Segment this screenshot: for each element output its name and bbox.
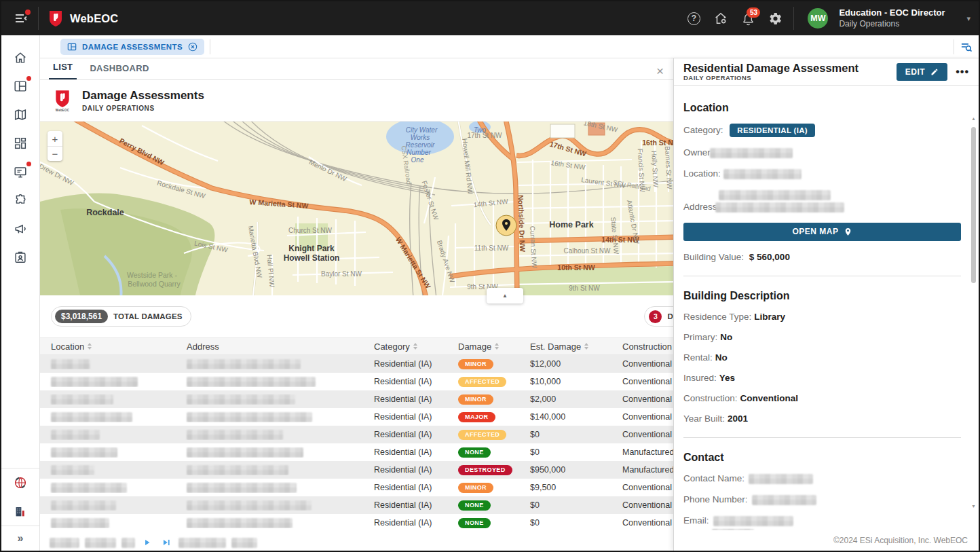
construction-cell: Manufactured <box>611 465 673 475</box>
sidebar-item-contacts[interactable] <box>7 243 34 272</box>
map-zoom-control: + − <box>48 131 62 161</box>
zoom-out-button[interactable]: − <box>48 146 62 161</box>
map-canvas <box>40 122 673 295</box>
redacted-address-cell <box>187 394 295 405</box>
table-row[interactable]: Residential (IA)DESTROYED$950,000Manufac… <box>40 461 673 479</box>
help-button[interactable]: ? <box>682 7 705 30</box>
detail-title: Residential Damage Assessment <box>683 62 859 75</box>
tab-label: DAMAGE ASSESSMENTS <box>82 43 183 51</box>
sidebar-item-plugins[interactable] <box>7 186 34 215</box>
est-damage-cell: $0 <box>519 430 611 439</box>
home-settings-button[interactable] <box>709 7 732 30</box>
column-header-est-damage[interactable]: Est. Damage <box>519 342 611 352</box>
redacted-location-cell <box>51 483 127 493</box>
notifications-button[interactable]: 53 <box>736 7 759 30</box>
scroll-down-icon[interactable]: ▼ <box>970 504 977 509</box>
sidebar-item-dashboards[interactable] <box>7 129 34 158</box>
table-row[interactable]: Residential (IA)AFFECTED$0Conventional <box>40 426 673 443</box>
settings-button[interactable] <box>764 7 787 30</box>
board-logo: WebEOC <box>51 89 74 112</box>
redacted-location-cell <box>51 465 94 475</box>
sidebar-item-home[interactable] <box>7 43 34 72</box>
damage-badge: DESTROYED <box>458 465 512 475</box>
webeoc-logo-icon <box>48 10 63 27</box>
summary-row: $3,018,561 TOTAL DAMAGES 3 DESTROYED <box>40 295 673 337</box>
sidebar-item-messages[interactable] <box>7 158 34 186</box>
detail-scrollbar[interactable]: ▲ ▼ <box>970 116 977 509</box>
table-row[interactable]: Residential (IA)MINOR$9,500Conventional <box>40 479 673 496</box>
field-label: Primary: <box>683 332 717 342</box>
map-view[interactable]: RockdaleWestside Park -Bellwood QuarryKn… <box>40 122 673 295</box>
field-label: Residence Type: <box>683 312 751 322</box>
est-damage-cell: $10,000 <box>519 377 611 386</box>
redacted-pagination <box>178 538 226 548</box>
column-header-damage[interactable]: Damage <box>447 342 519 352</box>
column-label: Category <box>374 342 410 352</box>
pagination-bar <box>40 532 673 551</box>
next-page-button[interactable] <box>140 536 154 549</box>
sidebar-item-organization[interactable] <box>7 497 34 526</box>
field-row: Residence Type:Library <box>683 312 961 322</box>
tabstrip-divider <box>210 39 210 54</box>
close-panel-button[interactable]: × <box>652 63 668 79</box>
sidebar-item-global[interactable] <box>7 468 34 497</box>
scroll-up-icon[interactable]: ▲ <box>970 116 977 121</box>
redacted-address-cell <box>187 465 288 475</box>
section-heading-building: Building Description <box>683 290 961 302</box>
board-title: Damage Assessments <box>82 89 204 103</box>
zoom-in-button[interactable]: + <box>48 131 62 146</box>
table-row[interactable]: Residential (IA)AFFECTED$10,000Conventio… <box>40 373 673 390</box>
field-label: Construction: <box>683 393 738 403</box>
construction-cell: Conventional <box>611 518 673 528</box>
map-pin-marker <box>496 215 516 236</box>
table-row[interactable]: Residential (IA)NONE$0Conventional <box>40 496 673 514</box>
building-fields: Residence Type:LibraryPrimary:NoRental:N… <box>683 312 961 424</box>
tab-damage-assessments[interactable]: DAMAGE ASSESSMENTS <box>60 39 204 55</box>
board-logo-text: WebEOC <box>56 109 69 112</box>
redacted-address-cell <box>187 500 312 511</box>
table-row[interactable]: Residential (IA)NONE$0Conventional <box>40 514 673 532</box>
collapse-map-button[interactable]: ▲ <box>487 288 523 303</box>
webeoc-shield-icon <box>54 89 71 108</box>
table-row[interactable]: Residential (IA)MINOR$2,000Conventional <box>40 390 673 408</box>
open-map-button[interactable]: OPEN MAP <box>683 223 961 241</box>
user-avatar[interactable]: MW <box>808 8 828 29</box>
table-row[interactable]: Residential (IA)MAJOR$140,000Conventiona… <box>40 408 673 426</box>
est-damage-cell: $12,000 <box>519 359 611 369</box>
field-label: Contact Name: <box>683 473 745 483</box>
damage-badge: NONE <box>458 447 491 458</box>
user-info[interactable]: Education - EOC Director Daily Operation… <box>839 7 945 29</box>
sidebar-item-maps[interactable] <box>7 100 34 129</box>
more-options-button[interactable]: ••• <box>956 66 969 78</box>
column-header-construction[interactable]: Construction <box>611 342 673 352</box>
sidebar-item-boards[interactable] <box>7 72 34 100</box>
column-header-location[interactable]: Location <box>40 342 176 352</box>
field-label: Year Built: <box>683 413 725 424</box>
construction-cell: Conventional <box>611 377 673 386</box>
column-label: Damage <box>458 342 491 352</box>
board-search-button[interactable] <box>954 35 979 58</box>
sidebar-item-announcements[interactable] <box>7 215 34 243</box>
edit-button[interactable]: EDIT <box>897 63 947 81</box>
last-page-button[interactable] <box>159 536 173 549</box>
redacted-pagination <box>121 538 135 548</box>
scrollbar-thumb[interactable] <box>971 127 976 283</box>
field-label: Location: <box>683 168 721 179</box>
tab-dashboard[interactable]: DASHBOARD <box>86 63 153 79</box>
construction-cell: Conventional <box>611 430 673 439</box>
menu-collapse-button[interactable] <box>10 7 33 30</box>
column-header-address[interactable]: Address <box>176 342 363 352</box>
section-heading-contact: Contact <box>683 452 961 464</box>
sidebar-expand-button[interactable]: » <box>7 526 34 551</box>
app-title: WebEOC <box>70 12 119 25</box>
column-header-category[interactable]: Category <box>363 342 447 352</box>
tab-list[interactable]: LIST <box>49 62 77 79</box>
globe-icon <box>13 475 28 490</box>
table-row[interactable]: Residential (IA)MINOR$12,000Conventional <box>40 355 673 373</box>
user-menu-chevron-icon[interactable]: ▾ <box>966 14 970 23</box>
table-row[interactable]: Residential (IA)NONE$0Manufactured <box>40 443 673 461</box>
redacted-value <box>749 474 813 484</box>
map-icon <box>13 107 28 122</box>
section-divider <box>683 276 961 276</box>
tab-close-icon[interactable] <box>187 41 198 52</box>
